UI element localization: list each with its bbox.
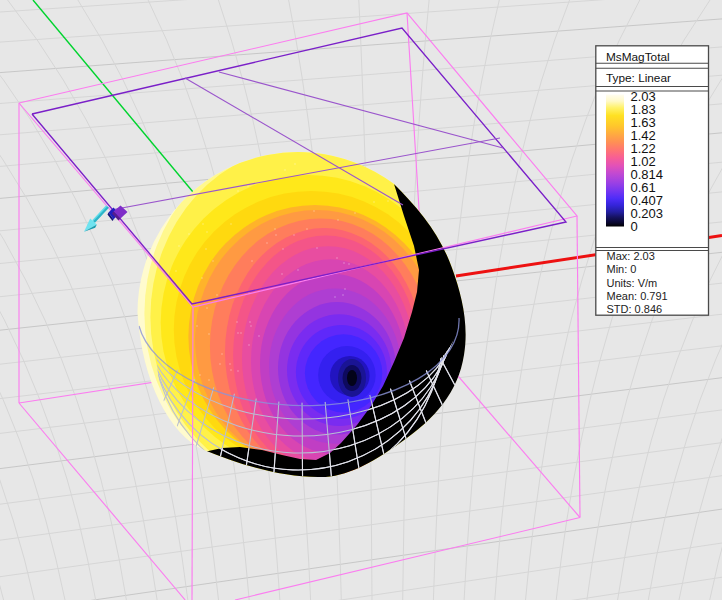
svg-text:STD: 0.846: STD: 0.846 (607, 303, 663, 315)
svg-text:Mean: 0.791: Mean: 0.791 (607, 290, 668, 302)
svg-text:0: 0 (631, 219, 638, 234)
svg-text:Min: 0: Min: 0 (607, 263, 637, 275)
svg-text:MsMagTotal: MsMagTotal (606, 50, 670, 64)
svg-text:Type: Linear: Type: Linear (606, 71, 671, 85)
svg-text:Max: 2.03: Max: 2.03 (607, 250, 655, 262)
svg-text:Units: V/m: Units: V/m (607, 277, 658, 289)
